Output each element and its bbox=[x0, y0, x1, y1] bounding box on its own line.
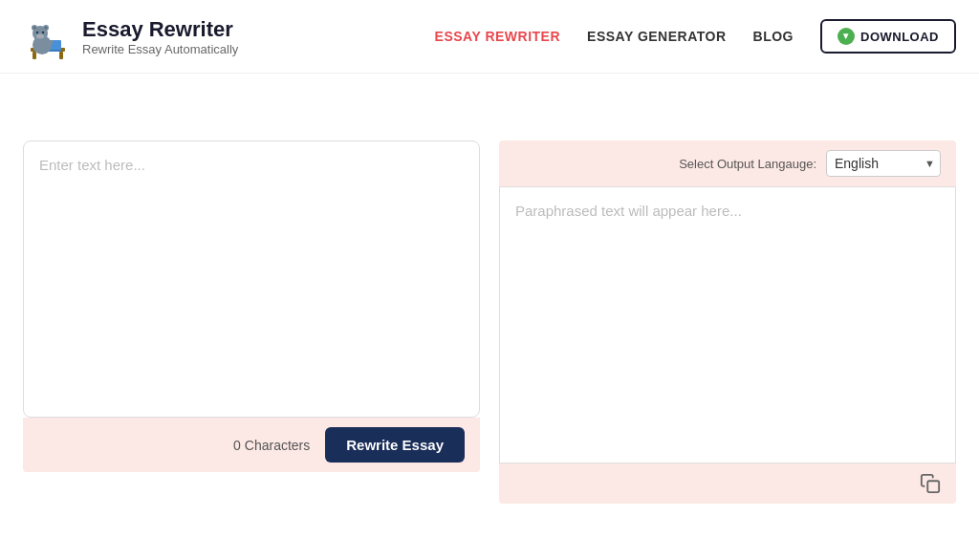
right-header: Select Output Langauge: English Spanish … bbox=[499, 140, 956, 186]
app-title: Essay Rewriter bbox=[82, 17, 238, 42]
copy-icon[interactable] bbox=[920, 473, 941, 494]
svg-point-12 bbox=[36, 32, 38, 33]
nav: ESSAY REWRITER ESSAY GENERATOR BLOG ▼ DO… bbox=[435, 19, 956, 54]
rewrite-essay-button[interactable]: Rewrite Essay bbox=[325, 427, 465, 463]
left-panel: Enter text here... 0 Characters Rewrite … bbox=[23, 140, 480, 504]
logo-mascot bbox=[23, 11, 73, 61]
output-placeholder: Paraphrased text will appear here... bbox=[515, 203, 742, 219]
svg-rect-1 bbox=[33, 52, 36, 59]
svg-rect-16 bbox=[927, 481, 939, 492]
svg-point-14 bbox=[38, 36, 42, 38]
lang-select-wrapper[interactable]: English Spanish French German Italian Po… bbox=[826, 150, 941, 177]
download-icon: ▼ bbox=[838, 28, 855, 45]
svg-point-10 bbox=[45, 27, 48, 30]
header: Essay Rewriter Rewrite Essay Automatical… bbox=[0, 0, 979, 74]
lang-label: Select Output Langauge: bbox=[679, 157, 816, 171]
logo-area: Essay Rewriter Rewrite Essay Automatical… bbox=[23, 11, 238, 61]
input-box[interactable]: Enter text here... bbox=[23, 140, 480, 418]
right-panel: Select Output Langauge: English Spanish … bbox=[499, 140, 956, 504]
nav-essay-generator[interactable]: ESSAY GENERATOR bbox=[587, 29, 726, 44]
input-footer: 0 Characters Rewrite Essay bbox=[23, 418, 480, 472]
svg-rect-2 bbox=[59, 52, 63, 59]
input-placeholder: Enter text here... bbox=[39, 157, 145, 173]
output-footer bbox=[499, 463, 956, 504]
char-count: 0 Characters bbox=[233, 438, 310, 453]
output-box: Paraphrased text will appear here... bbox=[499, 186, 956, 463]
columns: Enter text here... 0 Characters Rewrite … bbox=[23, 140, 956, 504]
svg-point-13 bbox=[42, 32, 44, 33]
spacer bbox=[23, 102, 956, 131]
lang-select[interactable]: English Spanish French German Italian Po… bbox=[826, 150, 941, 177]
nav-essay-rewriter[interactable]: ESSAY REWRITER bbox=[435, 29, 560, 44]
download-button[interactable]: ▼ DOWNLOAD bbox=[820, 19, 956, 54]
logo-text: Essay Rewriter Rewrite Essay Automatical… bbox=[82, 17, 238, 56]
app-subtitle: Rewrite Essay Automatically bbox=[82, 42, 238, 56]
nav-blog[interactable]: BLOG bbox=[753, 29, 794, 44]
main-content: Enter text here... 0 Characters Rewrite … bbox=[0, 74, 979, 523]
svg-point-9 bbox=[33, 27, 36, 30]
